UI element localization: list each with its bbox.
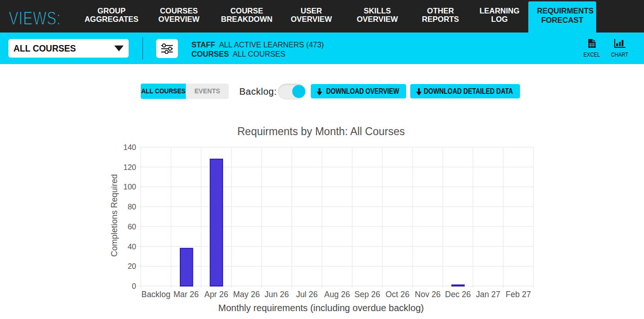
svg-text:Jul 26: Jul 26 (296, 290, 318, 299)
svg-text:Backlog: Backlog (141, 290, 170, 299)
svg-text:Aug 26: Aug 26 (324, 290, 350, 299)
svg-text:Jan 27: Jan 27 (476, 290, 500, 299)
svg-text:Apr 26: Apr 26 (204, 290, 229, 299)
svg-text:60: 60 (128, 222, 136, 231)
svg-text:0: 0 (132, 282, 136, 290)
svg-text:Sep 26: Sep 26 (355, 290, 380, 299)
svg-text:Monthly requirements (includin: Monthly requirements (including overdue … (218, 303, 424, 313)
svg-text:80: 80 (128, 202, 136, 211)
svg-text:40: 40 (128, 242, 136, 251)
svg-text:100: 100 (123, 182, 136, 191)
svg-text:20: 20 (128, 262, 136, 270)
svg-text:Mar 26: Mar 26 (173, 290, 198, 299)
svg-text:May 26: May 26 (233, 290, 260, 299)
svg-text:140: 140 (123, 143, 136, 151)
svg-text:Oct 26: Oct 26 (386, 290, 410, 299)
svg-text:Dec 26: Dec 26 (445, 290, 471, 299)
svg-text:Requirments by Month: All Cour: Requirments by Month: All Courses (237, 125, 405, 137)
svg-text:Completions Required: Completions Required (110, 174, 119, 257)
svg-text:Feb 27: Feb 27 (506, 290, 531, 299)
svg-text:Nov 26: Nov 26 (415, 290, 440, 299)
svg-text:Jun 26: Jun 26 (264, 290, 289, 299)
svg-text:120: 120 (123, 163, 136, 171)
